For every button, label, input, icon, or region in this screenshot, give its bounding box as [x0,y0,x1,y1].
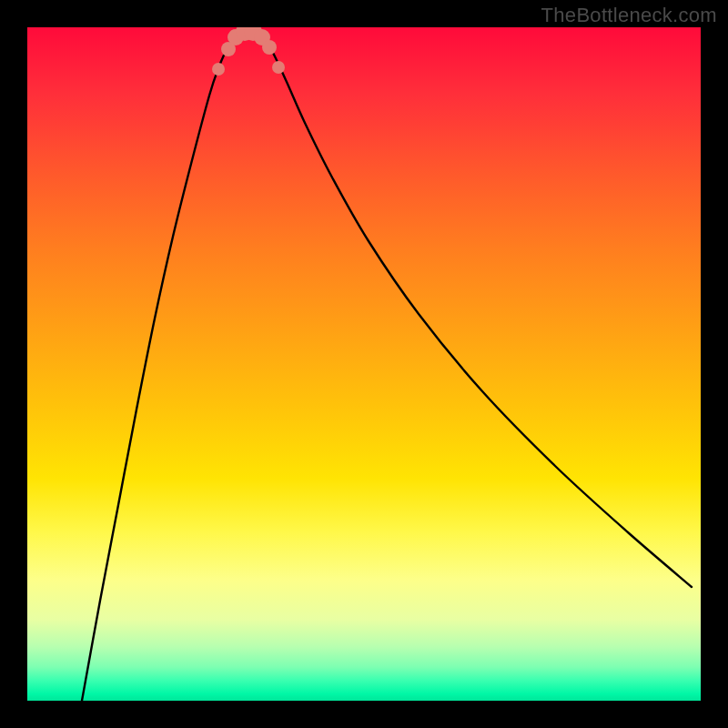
bottleneck-curve-plot [27,27,701,701]
marker-dot [272,61,285,74]
curve-left-branch [82,32,237,701]
bottom-marker-dots [212,27,285,76]
watermark-text: TheBottleneck.com [541,4,717,27]
marker-dot [262,40,277,55]
marker-dot [212,63,225,76]
curve-right-branch [259,32,692,587]
